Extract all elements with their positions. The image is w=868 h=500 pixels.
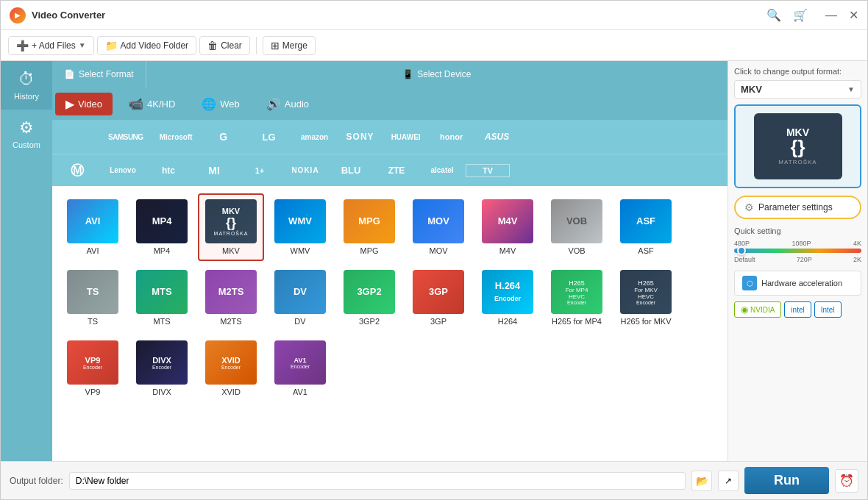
- cart-icon[interactable]: 🛒: [793, 8, 808, 22]
- hardware-acceleration-button[interactable]: ⬡ Hardware acceleration: [734, 271, 861, 296]
- 3gp-icon: 3GP: [413, 270, 464, 314]
- brand-sony[interactable]: SONY: [338, 129, 383, 145]
- output-path-input[interactable]: D:\New folder: [69, 472, 686, 490]
- intel-button-2[interactable]: Intel: [814, 301, 842, 318]
- format-selector-dropdown[interactable]: MKV ▼: [734, 80, 861, 99]
- format-dv[interactable]: DV DV: [267, 264, 333, 332]
- format-vob[interactable]: VOB VOB: [544, 193, 610, 261]
- brand-lenovo[interactable]: Lenovo: [101, 163, 145, 177]
- format-mpg[interactable]: MPG MPG: [336, 193, 402, 261]
- brand-samsung[interactable]: SAMSUNG: [101, 130, 151, 144]
- format-3gp2[interactable]: 3GP2 3GP2: [336, 264, 402, 332]
- brand-zte[interactable]: ZTE: [374, 162, 419, 179]
- brand-mi[interactable]: MI: [192, 162, 236, 179]
- hw-accel-label: Hardware acceleration: [761, 279, 842, 288]
- quality-slider-thumb[interactable]: [737, 246, 746, 255]
- run-button[interactable]: Run: [744, 467, 829, 494]
- clear-button[interactable]: 🗑 Clear: [199, 36, 250, 55]
- format-m4v[interactable]: M4V M4V: [474, 193, 541, 261]
- brand-row-2: Ⓜ Lenovo htc MI 1+ NOKIA BLU ZTE alcatel…: [52, 154, 728, 186]
- mkv-icon: MKV {} MATROŠKA: [205, 199, 257, 243]
- format-3gp[interactable]: 3GP 3GP: [405, 264, 472, 332]
- merge-icon: ⊞: [271, 40, 280, 51]
- format-type-web[interactable]: 🌐 Web: [191, 93, 250, 115]
- dropdown-arrow-icon: ▼: [79, 41, 86, 49]
- minimize-button[interactable]: —: [825, 9, 837, 22]
- parameter-settings-button[interactable]: ⚙ Parameter settings: [734, 196, 861, 219]
- add-video-folder-button[interactable]: 📁 Add Video Folder: [97, 36, 197, 55]
- search-icon[interactable]: 🔍: [766, 8, 781, 22]
- h264-icon: H.264Encoder: [482, 270, 533, 314]
- nvidia-button[interactable]: ◉ NVIDIA: [734, 301, 781, 318]
- ts-icon: TS: [67, 270, 118, 314]
- mkv-preview-braces: {}: [790, 138, 805, 157]
- sidebar-item-custom[interactable]: ⚙ Custom: [1, 110, 52, 158]
- folder-add-icon: 📁: [105, 40, 118, 51]
- format-type-4khd[interactable]: 📹 4K/HD: [118, 93, 185, 115]
- brand-motorola[interactable]: Ⓜ: [55, 159, 99, 182]
- avi-icon: AVI: [67, 199, 118, 243]
- format-wmv[interactable]: WMV WMV: [267, 193, 333, 261]
- format-divx[interactable]: DIVX Encoder DIVX: [129, 335, 195, 402]
- brand-amazon[interactable]: amazon: [293, 130, 337, 144]
- quality-slider-track[interactable]: [734, 249, 861, 253]
- sidebar: ⏱ History ⚙ Custom: [1, 61, 52, 461]
- format-vp9[interactable]: VP9 Encoder VP9: [60, 335, 126, 402]
- format-mts[interactable]: MTS MTS: [129, 264, 195, 332]
- format-grid-area: AVI AVI MP4 MP4 MKV: [52, 186, 728, 461]
- format-h265mkv[interactable]: H265 For MKV HEVC Encoder H265 for MKV: [613, 264, 679, 332]
- brand-nokia[interactable]: NOKIA: [283, 163, 327, 177]
- brand-asus[interactable]: ASUS: [475, 129, 519, 145]
- arrow-right-icon: ↗: [725, 476, 732, 486]
- format-ts[interactable]: TS TS: [60, 264, 126, 332]
- main-area: ⏱ History ⚙ Custom 📄 Select Format 📱 Sel…: [1, 61, 867, 461]
- av1-icon: AV1 Encoder: [274, 340, 326, 385]
- brand-htc[interactable]: htc: [146, 162, 191, 179]
- alarm-icon: ⏰: [839, 474, 854, 488]
- nvidia-icon: ◉: [741, 304, 748, 315]
- brand-microsoft[interactable]: Microsoft: [152, 130, 200, 144]
- title-bar: ▶ Video Converter 🔍 🛒 — ✕: [1, 1, 867, 30]
- format-m2ts[interactable]: M2TS M2TS: [198, 264, 264, 332]
- mpg-icon: MPG: [344, 199, 395, 243]
- format-asf[interactable]: ASF ASF: [613, 193, 679, 261]
- format-mov[interactable]: MOV MOV: [405, 193, 472, 261]
- brand-oneplus[interactable]: 1+: [238, 163, 282, 178]
- format-avi[interactable]: AVI AVI: [60, 193, 126, 261]
- brand-lg[interactable]: LG: [247, 129, 291, 146]
- vp9-icon: VP9 Encoder: [67, 340, 118, 385]
- format-mp4[interactable]: MP4 MP4: [129, 193, 195, 261]
- xvid-icon: XVID Encoder: [205, 340, 257, 385]
- brand-blu[interactable]: BLU: [329, 162, 373, 179]
- brand-apple[interactable]: [55, 134, 99, 140]
- intel-button-1[interactable]: intel: [784, 301, 811, 318]
- format-type-video[interactable]: ▶ Video: [55, 93, 113, 115]
- brand-tv[interactable]: TV: [466, 164, 510, 177]
- close-button[interactable]: ✕: [849, 8, 858, 22]
- brand-huawei[interactable]: HUAWEI: [384, 130, 428, 144]
- mkv-preview-card: MKV {} MATROŠKA: [754, 113, 842, 179]
- alarm-button[interactable]: ⏰: [835, 469, 858, 493]
- format-h265mp4[interactable]: H265 For MP4 HEVC Encoder H265 for MP4: [544, 264, 610, 332]
- browse-folder-button[interactable]: 📂: [691, 471, 712, 491]
- open-output-button[interactable]: ↗: [718, 471, 739, 491]
- select-device-tab[interactable]: 📱 Select Device: [391, 61, 483, 88]
- add-files-button[interactable]: ➕ + Add Files ▼: [8, 36, 94, 55]
- merge-button[interactable]: ⊞ Merge: [263, 36, 316, 55]
- device-tab-icon: 📱: [402, 69, 413, 79]
- sidebar-item-history[interactable]: ⏱ History: [1, 61, 52, 110]
- format-h264[interactable]: H.264Encoder H264: [474, 264, 541, 332]
- bottom-bar: Output folder: D:\New folder 📂 ↗ Run ⏰: [1, 461, 867, 499]
- format-type-audio[interactable]: 🔊 Audio: [256, 93, 319, 115]
- brand-honor[interactable]: honor: [430, 129, 474, 144]
- format-xvid[interactable]: XVID Encoder XVID: [198, 335, 264, 402]
- brand-google[interactable]: G: [202, 128, 246, 146]
- format-mkv[interactable]: MKV {} MATROŠKA MKV: [198, 193, 264, 261]
- select-format-tab[interactable]: 📄 Select Format: [52, 61, 146, 88]
- format-grid: AVI AVI MP4 MP4 MKV: [60, 193, 720, 402]
- param-settings-label: Parameter settings: [758, 202, 833, 213]
- brand-row-1: SAMSUNG Microsoft G LG amazon SONY HUAWE…: [52, 120, 728, 154]
- brand-alcatel[interactable]: alcatel: [420, 163, 464, 177]
- format-preview-box: MKV {} MATROŠKA: [734, 104, 861, 188]
- format-av1[interactable]: AV1 Encoder AV1: [267, 335, 333, 402]
